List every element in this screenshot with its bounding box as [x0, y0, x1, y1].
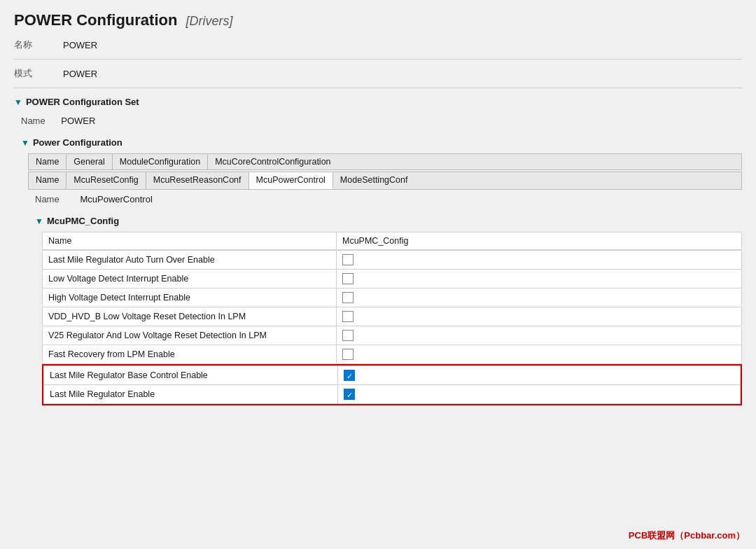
title-suffix: [Drivers] [186, 14, 233, 28]
table-row: Last Mile Regulator Auto Turn Over Enabl… [43, 251, 742, 270]
inner-name-label: Name [35, 194, 70, 204]
field-label-field-8: Last Mile Regulator Enable [44, 385, 338, 404]
field-label-field-7: Last Mile Regulator Base Control Enable [44, 366, 338, 385]
mode-field-row: 模式 POWER [14, 64, 742, 83]
tab-l2-mode-setting[interactable]: ModeSettingConf [333, 172, 415, 189]
field-label-field-2: Low Voltage Detect Interrupt Enable [43, 270, 337, 289]
field-label-field-3: High Voltage Detect Interrupt Enable [43, 289, 337, 307]
tab-l2-mcu-reset-reason[interactable]: McuResetReasonConf [146, 172, 249, 189]
mode-label: 模式 [14, 67, 56, 80]
title-text: POWER Configuration [14, 11, 177, 29]
table-row: VDD_HVD_B Low Voltage Reset Detection In… [43, 307, 742, 326]
tab-bar-level1: Name General ModuleConfiguration McuCore… [28, 153, 742, 170]
field-label-field-6: Fast Recovery from LPM Enable [43, 345, 337, 364]
field-checkbox-field-7[interactable]: ✓ [338, 366, 741, 385]
table-row: Low Voltage Detect Interrupt Enable [43, 270, 742, 289]
config-set-name-row: Name POWER [21, 113, 742, 129]
highlighted-fields-wrapper: Last Mile Regulator Base Control Enable✓… [42, 364, 742, 405]
power-config-set-body: Name POWER ▼ Power Configuration Name Ge… [21, 113, 742, 405]
mcu-pmc-section-header[interactable]: ▼ McuPMC_Config [35, 213, 742, 229]
tab-bar-level2: Name McuResetConfig McuResetReasonConf M… [28, 172, 742, 190]
divider-1 [14, 59, 742, 60]
field-checkbox-field-6[interactable] [337, 345, 742, 364]
power-configuration-header[interactable]: ▼ Power Configuration [21, 134, 742, 151]
config-set-name-value: POWER [61, 116, 95, 126]
field-label-field-5: V25 Regulator And Low Voltage Reset Dete… [43, 326, 337, 345]
table-cell-name-value: McuPMC_Config [337, 232, 742, 250]
arrow-icon: ▼ [14, 97, 22, 107]
name-field-row: 名称 POWER [14, 35, 742, 55]
power-config-arrow-icon: ▼ [21, 138, 29, 148]
power-config-set-title: POWER Configuration Set [26, 97, 139, 107]
field-checkbox-field-5[interactable] [337, 326, 742, 345]
mode-value: POWER [63, 69, 97, 79]
tab-general[interactable]: General [66, 154, 112, 169]
tab-l2-name[interactable]: Name [29, 172, 66, 189]
tab-mcu-core-control[interactable]: McuCoreControlConfiguration [208, 154, 337, 169]
field-label-field-4: VDD_HVD_B Low Voltage Reset Detection In… [43, 307, 337, 326]
field-checkbox-field-8[interactable]: ✓ [338, 385, 741, 404]
table-row: Fast Recovery from LPM Enable [43, 345, 742, 364]
footer-watermark: PCB联盟网（Pcbbar.com） [629, 529, 745, 542]
tab-l2-mcu-reset-config[interactable]: McuResetConfig [66, 172, 146, 189]
mcu-pmc-arrow-icon: ▼ [35, 216, 43, 226]
table-row: Last Mile Regulator Enable✓ [44, 385, 741, 404]
table-row: Last Mile Regulator Base Control Enable✓ [44, 366, 741, 385]
inner-name-row: Name McuPowerControl ▼ McuPMC_Config [35, 191, 742, 405]
mcu-pmc-body: Name McuPMC_Config Last Mile Regulator A… [42, 232, 742, 405]
table-row: V25 Regulator And Low Voltage Reset Dete… [43, 326, 742, 345]
power-configuration-body: Name General ModuleConfiguration McuCore… [28, 153, 742, 405]
tab-name[interactable]: Name [29, 154, 66, 169]
page-container: POWER Configuration [Drivers] 名称 POWER 模… [0, 0, 756, 549]
field-checkbox-field-3[interactable] [337, 289, 742, 307]
table-row-name: Name McuPMC_Config [43, 232, 742, 250]
normal-fields-table: Last Mile Regulator Auto Turn Over Enabl… [42, 250, 742, 364]
tab-module-configuration[interactable]: ModuleConfiguration [113, 154, 208, 169]
name-value: POWER [63, 40, 97, 50]
divider-2 [14, 88, 742, 88]
inner-name-value: McuPowerControl [80, 194, 152, 204]
field-checkbox-field-1[interactable] [337, 251, 742, 270]
config-table: Name McuPMC_Config [42, 232, 742, 250]
field-label-field-1: Last Mile Regulator Auto Turn Over Enabl… [43, 251, 337, 270]
table-row: High Voltage Detect Interrupt Enable [43, 289, 742, 307]
field-checkbox-field-4[interactable] [337, 307, 742, 326]
highlighted-fields-table: Last Mile Regulator Base Control Enable✓… [43, 366, 741, 404]
power-config-title: Power Configuration [33, 137, 122, 148]
name-label: 名称 [14, 39, 56, 51]
power-config-set-header[interactable]: ▼ POWER Configuration Set [14, 94, 742, 110]
field-checkbox-field-2[interactable] [337, 270, 742, 289]
page-title: POWER Configuration [Drivers] [14, 11, 742, 29]
mcu-pmc-title: McuPMC_Config [47, 216, 119, 226]
table-cell-name-label: Name [43, 232, 337, 250]
tab-l2-mcu-power-control[interactable]: McuPowerControl [249, 172, 333, 189]
config-set-name-label: Name [21, 116, 56, 126]
fields-container: Last Mile Regulator Auto Turn Over Enabl… [42, 250, 742, 405]
